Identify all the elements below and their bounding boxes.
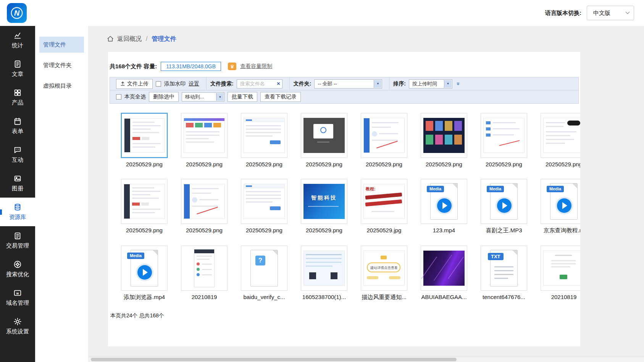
form-icon: [13, 117, 22, 125]
sidebar-item-article[interactable]: 文章: [0, 55, 35, 83]
file-thumbnail[interactable]: [421, 246, 467, 291]
subsidebar-item-virtual-root[interactable]: 虚拟根目录: [39, 78, 84, 94]
file-thumbnail[interactable]: [481, 113, 527, 158]
breadcrumb-back-link[interactable]: 返回概况: [117, 35, 142, 43]
file-thumbnail[interactable]: 教程:: [361, 179, 407, 224]
file-name: 20250529.png: [420, 161, 468, 167]
sidebar-item-product[interactable]: 产品: [0, 83, 35, 112]
file-item[interactable]: 20250529.png: [121, 113, 168, 167]
watermark-settings-link[interactable]: 设置: [189, 80, 199, 87]
sidebar-item-resource[interactable]: 资源库: [0, 198, 35, 226]
file-item[interactable]: 20210819: [181, 246, 228, 301]
file-item[interactable]: 20250529.png: [240, 113, 288, 167]
file-item[interactable]: 20250529.png: [181, 179, 228, 234]
sidebar-item-interact[interactable]: 互动: [0, 140, 35, 169]
file-thumbnail[interactable]: 智能科技: [301, 179, 347, 224]
sidebar-item-seo[interactable]: 搜索优化: [0, 255, 35, 283]
file-thumbnail[interactable]: [541, 246, 580, 291]
file-thumbnail[interactable]: [181, 113, 228, 158]
upload-button[interactable]: 文件上传: [116, 79, 153, 89]
capacity-limit-link[interactable]: 查看容量限制: [240, 63, 272, 70]
search-input[interactable]: [237, 79, 282, 88]
scrollbar-thumb[interactable]: [91, 358, 457, 361]
file-item[interactable]: 建站详情点击查看描边风重要通知...: [360, 246, 408, 301]
sidebar-item-form[interactable]: 表单: [0, 112, 35, 140]
file-item[interactable]: 20250529.png: [480, 113, 528, 167]
file-grid-row: 20250529.png20250529.png20250529.png2025…: [121, 113, 580, 167]
file-thumbnail[interactable]: [121, 113, 168, 158]
file-item[interactable]: 1605238700(1)...: [300, 246, 348, 301]
file-thumbnail[interactable]: [181, 246, 228, 291]
sidebar-item-label: 图册: [12, 185, 23, 192]
file-grid: 20250529.png20250529.png20250529.png2025…: [108, 104, 580, 301]
subsidebar-item-files[interactable]: 管理文件: [39, 37, 84, 53]
subsidebar-item-folders[interactable]: 管理文件夹: [39, 57, 84, 73]
file-thumbnail[interactable]: [301, 246, 347, 291]
file-item[interactable]: 20250529.png: [181, 113, 228, 167]
download-records-button[interactable]: 查看下载记录: [260, 92, 301, 102]
move-to-select[interactable]: 移动到... ▼: [182, 92, 224, 101]
play-icon: [497, 198, 512, 213]
select-all-checkbox[interactable]: [116, 94, 121, 100]
language-switcher: 语言版本切换: 中文版: [545, 6, 634, 20]
horizontal-scrollbar[interactable]: [89, 357, 644, 362]
file-item[interactable]: 智能科技20250529.png: [300, 179, 348, 234]
file-item[interactable]: 20250529.png: [540, 113, 580, 167]
file-item[interactable]: 20250529.png: [360, 113, 408, 167]
home-icon[interactable]: [107, 35, 114, 42]
file-name: 20210819: [540, 294, 580, 300]
watermark-checkbox[interactable]: [156, 81, 161, 87]
file-name: 20250529.png: [121, 161, 168, 167]
sidebar-item-trade[interactable]: 交易管理: [0, 226, 35, 255]
main-sidebar: 统计文章产品表单互动图册资源库交易管理搜索优化w域名管理系统设置: [0, 26, 35, 362]
file-thumbnail[interactable]: [121, 179, 168, 224]
batch-download-button[interactable]: 批量下载: [228, 92, 257, 102]
sidebar-item-settings[interactable]: 系统设置: [0, 312, 35, 341]
file-thumbnail[interactable]: Media: [541, 179, 580, 224]
file-item[interactable]: Media喜剧之王.MP3: [480, 179, 528, 234]
sidebar-item-domain[interactable]: w域名管理: [0, 283, 35, 312]
language-select[interactable]: 中文版: [587, 6, 634, 20]
sort-select[interactable]: 按上传时间 ▼: [409, 79, 452, 88]
file-grid-row: 20250529.png20250529.png20250529.png智能科技…: [121, 179, 580, 234]
file-thumbnail[interactable]: 建站详情点击查看: [361, 246, 407, 291]
clear-search-icon[interactable]: ×: [277, 80, 280, 87]
file-item[interactable]: TXTtencent647676...: [480, 246, 528, 301]
delete-selected-button[interactable]: 删除选中: [149, 92, 179, 102]
chevron-double-down-icon[interactable]: »: [455, 82, 462, 85]
file-item[interactable]: ?baidu_verify_c...: [240, 246, 288, 301]
file-thumbnail[interactable]: Media: [421, 179, 467, 224]
file-name: 20210819: [181, 294, 228, 300]
file-item[interactable]: 教程:20250529.jpg: [360, 179, 408, 234]
file-thumbnail[interactable]: [241, 179, 287, 224]
file-thumbnail[interactable]: [241, 113, 287, 158]
sidebar-item-gallery[interactable]: 图册: [0, 169, 35, 198]
sidebar-item-label: 搜索优化: [6, 271, 29, 278]
file-item[interactable]: 20210819: [540, 246, 580, 301]
file-item[interactable]: 20250529.png: [420, 113, 468, 167]
file-item[interactable]: Media添加浏览器.mp4: [121, 246, 168, 301]
gallery-icon: [13, 174, 22, 183]
file-item[interactable]: 20250529.png: [240, 179, 288, 234]
app-logo[interactable]: N: [7, 3, 27, 23]
file-thumbnail[interactable]: [301, 113, 347, 158]
trade-icon: [13, 232, 22, 240]
file-thumbnail[interactable]: [361, 113, 407, 158]
file-item[interactable]: Media123.mp4: [420, 179, 468, 234]
sidebar-item-stats[interactable]: 统计: [0, 26, 35, 55]
file-name: 20250529.jpg: [360, 227, 408, 233]
interact-icon: [13, 146, 22, 154]
folder-select[interactable]: -- 全部 -- ▼: [314, 79, 382, 88]
topbar: N 语言版本切换: 中文版: [0, 0, 644, 26]
file-item[interactable]: Media京东查询教程.m: [540, 179, 580, 234]
file-item[interactable]: ABUIABAEGAA...: [420, 246, 468, 301]
file-item[interactable]: 20250529.png: [300, 113, 348, 167]
file-item[interactable]: 20250529.png: [121, 179, 168, 234]
file-thumbnail[interactable]: Media: [121, 246, 168, 291]
file-thumbnail[interactable]: [541, 113, 580, 158]
file-thumbnail[interactable]: [421, 113, 467, 158]
file-thumbnail[interactable]: Media: [481, 179, 527, 224]
file-thumbnail[interactable]: TXT: [481, 246, 527, 291]
file-thumbnail[interactable]: ?: [241, 246, 287, 291]
file-thumbnail[interactable]: [181, 179, 228, 224]
